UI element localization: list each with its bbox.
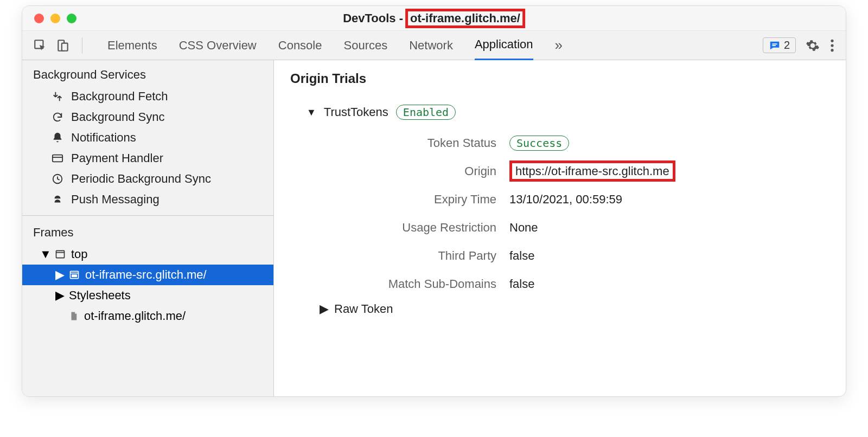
tab-network[interactable]: Network: [409, 31, 453, 60]
field-label: Usage Restriction: [334, 221, 496, 235]
svg-rect-11: [56, 250, 65, 258]
svg-rect-3: [772, 43, 777, 44]
toolbar-right: 2: [763, 37, 835, 53]
sidebar-item-background-sync[interactable]: Background Sync: [22, 107, 273, 127]
svg-point-7: [831, 49, 833, 52]
field-usage: Usage Restriction None: [334, 217, 829, 238]
iframe-icon: [69, 269, 80, 280]
frame-stylesheet-item[interactable]: ot-iframe.glitch.me/: [22, 306, 273, 326]
token-status-badge: Success: [509, 136, 569, 151]
sidebar-item-push-messaging[interactable]: Push Messaging: [22, 189, 273, 210]
inspect-icon[interactable]: [33, 38, 47, 53]
document-icon: [69, 311, 79, 322]
frame-iframe-label: ot-iframe-src.glitch.me/: [85, 268, 207, 282]
svg-rect-4: [772, 45, 775, 46]
sidebar-item-payment-handler[interactable]: Payment Handler: [22, 148, 273, 169]
kebab-menu-icon[interactable]: [829, 38, 835, 53]
sidebar-item-notifications[interactable]: Notifications: [22, 127, 273, 148]
device-toggle-icon[interactable]: [56, 38, 70, 53]
background-fetch-icon: [52, 91, 63, 102]
sidebar: Background Services Background Fetch Bac…: [22, 60, 274, 396]
sidebar-item-background-fetch[interactable]: Background Fetch: [22, 86, 273, 107]
issues-badge[interactable]: 2: [763, 37, 796, 53]
tab-console[interactable]: Console: [278, 31, 322, 60]
third-party-value: false: [509, 249, 534, 263]
caret-right-icon: ▶: [56, 268, 63, 282]
sidebar-item-label: Payment Handler: [71, 151, 163, 165]
field-origin: Origin https://ot-iframe-src.glitch.me: [334, 161, 829, 182]
frames-title: Frames: [22, 218, 273, 244]
field-label: Token Status: [334, 136, 496, 150]
separator: [22, 215, 273, 216]
window-title-prefix: DevTools -: [343, 11, 403, 25]
main: Background Services Background Fetch Bac…: [22, 60, 846, 396]
field-label: Origin: [334, 164, 496, 178]
caret-down-icon: ▼: [42, 247, 49, 261]
background-services-title: Background Services: [22, 60, 273, 86]
usage-value: None: [509, 221, 538, 235]
issues-count: 2: [784, 39, 790, 52]
payment-handler-icon: [52, 152, 63, 164]
separator: [82, 37, 82, 54]
sidebar-item-label: Periodic Background Sync: [71, 172, 211, 186]
settings-gear-icon[interactable]: [806, 38, 820, 53]
titlebar: DevTools - ot-iframe.glitch.me/: [22, 6, 846, 31]
trial-status-badge: Enabled: [396, 105, 456, 120]
frames-tree: ▼ top ▶ ot-iframe-src.glitch.me/ ▶ Style…: [22, 244, 273, 332]
sidebar-item-label: Notifications: [71, 131, 136, 145]
issues-chat-icon: [769, 40, 781, 52]
sidebar-item-label: Push Messaging: [71, 192, 159, 207]
subdomains-value: false: [509, 277, 534, 291]
window-controls: [34, 14, 76, 23]
window-title: DevTools - ot-iframe.glitch.me/: [343, 9, 525, 28]
notifications-icon: [52, 132, 63, 144]
svg-point-6: [831, 44, 833, 47]
background-sync-icon: [52, 111, 63, 123]
devtools-window: DevTools - ot-iframe.glitch.me/ Elements…: [22, 5, 846, 397]
window-title-url: ot-iframe.glitch.me/: [405, 9, 525, 28]
raw-token-label: Raw Token: [334, 302, 393, 316]
frame-stylesheets-label: Stylesheets: [69, 288, 131, 303]
sidebar-item-label: Background Fetch: [71, 89, 168, 104]
svg-rect-2: [62, 43, 68, 50]
field-third-party: Third Party false: [334, 246, 829, 266]
sidebar-item-label: Background Sync: [71, 110, 164, 124]
origin-value: https://ot-iframe-src.glitch.me: [509, 160, 675, 182]
tabs-overflow[interactable]: »: [555, 31, 563, 60]
frame-stylesheet-item-label: ot-iframe.glitch.me/: [84, 309, 186, 323]
trial-fields: Token Status Success Origin https://ot-i…: [334, 133, 829, 294]
field-subdomains: Match Sub-Domains false: [334, 274, 829, 294]
svg-point-5: [831, 39, 833, 42]
origin-trials-heading: Origin Trials: [290, 71, 829, 86]
svg-rect-8: [53, 155, 62, 162]
raw-token-row[interactable]: ▶ Raw Token: [320, 302, 829, 316]
expiry-value: 13/10/2021, 00:59:59: [509, 192, 622, 207]
caret-down-icon: ▼: [307, 107, 316, 118]
caret-right-icon: ▶: [56, 288, 63, 303]
field-label: Expiry Time: [334, 192, 496, 207]
tabs: Elements CSS Overview Console Sources Ne…: [107, 31, 751, 60]
sidebar-item-periodic-sync[interactable]: Periodic Background Sync: [22, 169, 273, 189]
field-expiry: Expiry Time 13/10/2021, 00:59:59: [334, 189, 829, 210]
toolbar-left: [33, 37, 86, 54]
tab-application[interactable]: Application: [475, 31, 533, 60]
svg-rect-15: [72, 274, 77, 277]
frame-top-label: top: [71, 247, 88, 261]
maximize-button[interactable]: [67, 14, 76, 23]
close-button[interactable]: [34, 14, 44, 23]
frame-stylesheets[interactable]: ▶ Stylesheets: [22, 285, 273, 306]
caret-right-icon: ▶: [320, 302, 329, 316]
tab-sources[interactable]: Sources: [343, 31, 387, 60]
content-panel: Origin Trials ▼ TrustTokens Enabled Toke…: [274, 60, 846, 396]
trial-name: TrustTokens: [324, 105, 388, 119]
tab-css-overview[interactable]: CSS Overview: [179, 31, 257, 60]
push-messaging-icon: [52, 194, 63, 205]
field-label: Match Sub-Domains: [334, 277, 496, 291]
frame-iframe-selected[interactable]: ▶ ot-iframe-src.glitch.me/: [22, 265, 273, 285]
frame-top[interactable]: ▼ top: [22, 244, 273, 265]
tab-elements[interactable]: Elements: [107, 31, 157, 60]
trial-header[interactable]: ▼ TrustTokens Enabled: [307, 105, 829, 120]
window-frame-icon: [55, 249, 66, 260]
periodic-sync-icon: [52, 173, 63, 185]
minimize-button[interactable]: [50, 14, 60, 23]
